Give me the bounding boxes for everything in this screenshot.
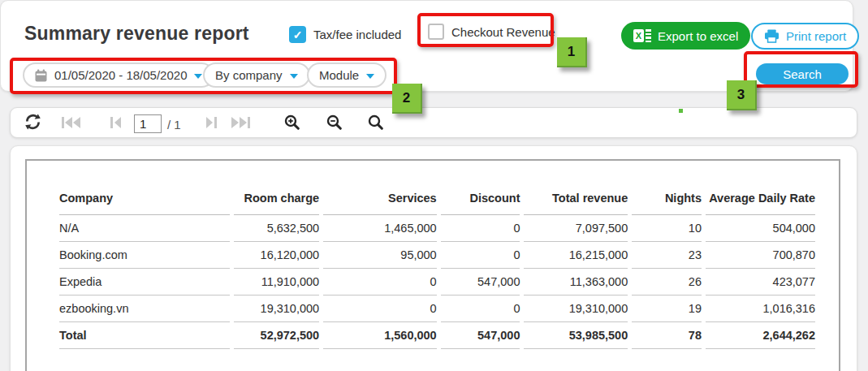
printer-icon xyxy=(764,29,779,43)
search-button[interactable]: Search xyxy=(756,63,849,84)
page-count-label: / 1 xyxy=(167,118,181,132)
checkmark-icon: ✓ xyxy=(293,28,303,41)
table-cell: ezbooking.vn xyxy=(59,296,230,322)
table-cell: 1,465,000 xyxy=(323,215,437,242)
table-cell: 11,363,000 xyxy=(524,269,628,296)
table-cell: 2,644,262 xyxy=(706,322,815,349)
table-cell: 26 xyxy=(632,269,702,296)
table-cell: 1,016,316 xyxy=(706,296,815,322)
table-row: N/A5,632,5001,465,00007,097,50010504,000 xyxy=(59,215,815,242)
print-report-button[interactable]: Print report xyxy=(751,23,859,50)
export-button-label: Export to excel xyxy=(658,29,738,43)
table-cell: 547,000 xyxy=(441,322,520,349)
revenue-table-body: N/A5,632,5001,465,00007,097,50010504,000… xyxy=(59,215,815,349)
zoom-out-icon[interactable] xyxy=(326,114,342,130)
group-by-value: By company xyxy=(215,68,283,82)
table-header-cell: Average Daily Rate xyxy=(706,192,815,215)
checkout-revenue-checkbox[interactable] xyxy=(428,24,444,40)
stray-green-dot xyxy=(679,109,683,113)
table-cell: 16,215,000 xyxy=(524,242,628,269)
search-button-label: Search xyxy=(783,67,822,81)
chevron-down-icon xyxy=(366,74,374,79)
page-title: Summary revenue report xyxy=(24,23,249,45)
annotation-step-3: 3 xyxy=(727,80,757,110)
table-cell: 23 xyxy=(632,242,702,269)
chevron-down-icon xyxy=(194,74,202,79)
table-cell: 1,560,000 xyxy=(323,322,437,349)
previous-page-icon[interactable] xyxy=(110,117,121,128)
calendar-icon xyxy=(35,69,47,82)
search-icon[interactable] xyxy=(368,114,383,130)
revenue-table-container: CompanyRoom chargeServicesDiscountTotal … xyxy=(55,192,819,349)
table-cell: 52,972,500 xyxy=(234,322,319,349)
annotation-step-2: 2 xyxy=(392,84,422,114)
tax-fee-label: Tax/fee included xyxy=(313,28,401,41)
table-cell: 0 xyxy=(441,215,520,242)
last-page-icon[interactable] xyxy=(231,117,250,128)
table-cell: 19,310,000 xyxy=(524,296,628,322)
tax-fee-checkbox[interactable]: ✓ xyxy=(289,26,306,43)
table-cell: Total xyxy=(59,322,230,349)
print-button-label: Print report xyxy=(786,29,846,43)
tax-fee-checkbox-group: ✓ Tax/fee included xyxy=(289,26,401,43)
table-cell: 95,000 xyxy=(323,242,437,269)
table-cell: 16,120,000 xyxy=(234,242,319,269)
table-cell: Expedia xyxy=(59,269,230,296)
table-row: ezbooking.vn19,310,0000019,310,000191,01… xyxy=(59,296,815,322)
table-cell: 5,632,500 xyxy=(234,215,319,242)
table-header-cell: Total revenue xyxy=(524,192,628,215)
table-header-cell: Room charge xyxy=(234,192,319,215)
table-cell: 0 xyxy=(323,269,437,296)
table-header-cell: Services xyxy=(323,192,437,215)
checkout-revenue-label: Checkout Revenue xyxy=(451,25,555,39)
table-cell: 10 xyxy=(632,215,702,242)
export-to-excel-button[interactable]: X Export to excel xyxy=(621,22,750,50)
table-header-cell: Nights xyxy=(632,192,702,215)
table-cell: 19 xyxy=(632,296,702,322)
annotation-step-1: 1 xyxy=(557,37,587,67)
table-cell: N/A xyxy=(59,215,230,242)
revenue-table: CompanyRoom chargeServicesDiscountTotal … xyxy=(55,192,819,349)
table-cell: 700,870 xyxy=(706,242,815,269)
table-header-cell: Discount xyxy=(441,192,520,215)
next-page-icon[interactable] xyxy=(206,117,217,128)
chevron-down-icon xyxy=(290,74,298,79)
table-cell: Booking.com xyxy=(59,242,230,269)
table-cell: 78 xyxy=(632,322,702,349)
first-page-icon[interactable] xyxy=(62,117,81,128)
table-cell: 11,910,000 xyxy=(234,269,319,296)
group-by-dropdown[interactable]: By company xyxy=(203,63,310,88)
table-cell: 504,000 xyxy=(706,215,815,242)
table-cell: 19,310,000 xyxy=(234,296,319,322)
table-row: Booking.com16,120,00095,000016,215,00023… xyxy=(59,242,815,269)
table-cell: 7,097,500 xyxy=(524,215,628,242)
table-row: Expedia11,910,0000547,00011,363,00026423… xyxy=(59,269,815,296)
table-cell: 423,077 xyxy=(706,269,815,296)
page-number-input[interactable] xyxy=(134,114,162,133)
table-cell: 0 xyxy=(441,242,520,269)
checkout-revenue-checkbox-group: Checkout Revenue xyxy=(428,24,555,40)
excel-icon: X xyxy=(633,29,651,42)
table-total-row: Total52,972,5001,560,000547,00053,985,50… xyxy=(59,322,815,349)
zoom-in-icon[interactable] xyxy=(284,114,300,130)
table-cell: 0 xyxy=(441,296,520,322)
table-header-cell: Company xyxy=(59,192,230,215)
module-dropdown[interactable]: Module xyxy=(307,63,386,88)
table-cell: 0 xyxy=(323,296,437,322)
revenue-table-head-row: CompanyRoom chargeServicesDiscountTotal … xyxy=(59,192,815,215)
module-value: Module xyxy=(319,68,359,82)
date-range-picker[interactable]: 01/05/2020 - 18/05/2020 xyxy=(23,63,214,88)
refresh-icon[interactable] xyxy=(24,114,41,130)
table-cell: 547,000 xyxy=(441,269,520,296)
date-range-value: 01/05/2020 - 18/05/2020 xyxy=(54,68,187,82)
table-cell: 53,985,500 xyxy=(524,322,628,349)
